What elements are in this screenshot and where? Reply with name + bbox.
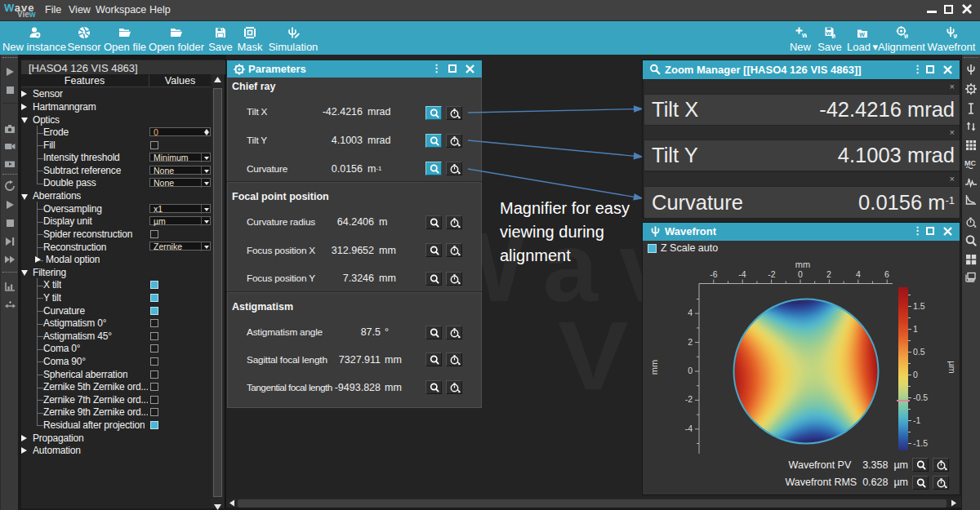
svg-text:MC: MC: [964, 159, 976, 167]
svg-text:w: w: [903, 32, 908, 39]
svg-text:w: w: [831, 32, 835, 39]
svg-text:w: w: [953, 32, 958, 39]
svg-text:w: w: [801, 31, 807, 39]
svg-text:w: w: [858, 30, 865, 38]
